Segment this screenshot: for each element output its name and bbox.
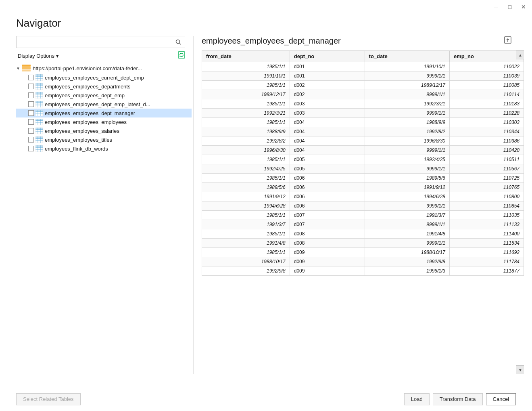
table-cell-4-0: 1985/1/1	[202, 99, 290, 109]
table-cell-2-3: 110085	[450, 81, 524, 90]
display-options-button[interactable]: Display Options ▾	[16, 52, 61, 60]
table-cell-13-1: d006	[290, 183, 365, 192]
table-cell-18-0: 1985/1/1	[202, 229, 290, 239]
tree-item-checkbox[interactable]	[28, 128, 34, 134]
tree-item-label: employees_employees_dept_emp	[45, 92, 125, 99]
close-button[interactable]: ✕	[520, 3, 527, 10]
table-cell-20-0: 1985/1/1	[202, 248, 290, 257]
table-cell-21-1: d009	[290, 257, 365, 266]
table-cell-20-1: d009	[290, 248, 365, 257]
minimize-button[interactable]: ─	[492, 3, 500, 10]
export-icon	[504, 36, 512, 44]
data-table-wrapper: from_datedept_noto_dateemp_no 1985/1/1d0…	[202, 50, 524, 374]
tree-item-3[interactable]: employees_employees_dept_emp_latest_d...	[16, 100, 192, 109]
table-cell-15-1: d006	[290, 201, 365, 211]
tree-item-label: employees_employees_salaries	[45, 128, 119, 134]
tree-item-2[interactable]: employees_employees_dept_emp	[16, 91, 192, 100]
tree-item-checkbox[interactable]	[28, 84, 34, 89]
table-cell-14-0: 1991/9/12	[202, 192, 290, 201]
svg-line-1	[179, 43, 181, 45]
right-panel-refresh-button[interactable]	[504, 36, 512, 46]
tree-item-checkbox[interactable]	[28, 92, 34, 98]
bottom-bar: Select Related Tables Load Transform Dat…	[0, 387, 532, 411]
table-row: 1991/3/7d0079999/1/1111133	[202, 220, 524, 229]
search-input[interactable]	[17, 39, 172, 45]
right-panel-header: employees_employees_dept_manager	[202, 36, 524, 50]
table-cell-6-0: 1985/1/1	[202, 118, 290, 127]
table-cell-19-3: 111534	[450, 239, 524, 248]
table-row: 1989/5/6d0061991/9/12110765	[202, 183, 524, 192]
table-cell-3-0: 1989/12/17	[202, 90, 290, 99]
search-icon	[175, 39, 181, 45]
tree-item-checkbox[interactable]	[28, 119, 34, 125]
tree-item-7[interactable]: employees_employees_titles	[16, 135, 192, 144]
table-cell-19-1: d008	[290, 239, 365, 248]
load-button[interactable]: Load	[404, 393, 430, 405]
tree-item-checkbox[interactable]	[28, 75, 34, 80]
table-cell-5-0: 1992/3/21	[202, 109, 290, 118]
svg-rect-31	[35, 101, 43, 103]
table-cell-18-3: 111400	[450, 229, 524, 239]
refresh-icon	[178, 51, 185, 59]
table-icon	[35, 145, 43, 152]
table-cell-3-2: 9999/1/1	[365, 90, 449, 99]
table-row: 1985/1/1d0081991/4/8111400	[202, 229, 524, 239]
table-cell-3-1: d002	[290, 90, 365, 99]
right-panel: employees_employees_dept_manager from_da…	[194, 36, 532, 374]
tree-item-checkbox[interactable]	[28, 110, 34, 116]
table-cell-18-2: 1991/4/8	[365, 229, 449, 239]
tree-item-checkbox[interactable]	[28, 137, 34, 143]
scroll-up-button[interactable]: ▲	[516, 50, 524, 59]
tree-item-5[interactable]: employees_employees_employees	[16, 117, 192, 126]
scroll-down-button[interactable]: ▼	[516, 365, 524, 374]
data-table-scroll[interactable]: from_datedept_noto_dateemp_no 1985/1/1d0…	[202, 50, 524, 374]
tree-root-item[interactable]: ▼ https://portal-ppe1.envisioniot.com/da…	[16, 63, 192, 73]
table-cell-5-2: 9999/1/1	[365, 109, 449, 118]
tree-root-label: https://portal-ppe1.envisioniot.com/data…	[33, 65, 142, 71]
table-cell-18-1: d008	[290, 229, 365, 239]
table-cell-9-2: 9999/1/1	[365, 146, 449, 155]
table-icon	[35, 92, 43, 99]
search-icon-button[interactable]	[172, 36, 185, 48]
tree-item-checkbox[interactable]	[28, 101, 34, 107]
maximize-button[interactable]: □	[506, 3, 513, 10]
table-cell-21-3: 111784	[450, 257, 524, 266]
table-cell-17-0: 1991/3/7	[202, 220, 290, 229]
table-row: 1992/8/2d0041996/8/30110386	[202, 136, 524, 146]
tree-item-4[interactable]: employees_employees_dept_manager	[16, 109, 192, 117]
table-row: 1985/1/1d0071991/3/7111035	[202, 211, 524, 220]
table-cell-1-0: 1991/10/1	[202, 71, 290, 81]
transform-data-button[interactable]: Transform Data	[433, 393, 483, 405]
table-cell-16-3: 111035	[450, 211, 524, 220]
table-cell-13-0: 1989/5/6	[202, 183, 290, 192]
table-row: 1991/9/12d0061994/6/28110800	[202, 192, 524, 201]
tree-item-label: employees_employees_titles	[45, 137, 112, 143]
tree-item-0[interactable]: employees_employees_current_dept_emp	[16, 73, 192, 82]
svg-rect-7	[22, 69, 31, 71]
data-table-head: from_datedept_noto_dateemp_no	[202, 51, 524, 62]
bottom-left: Select Related Tables	[16, 393, 81, 405]
tree-item-label: employees_employees_dept_emp_latest_d...	[45, 101, 150, 107]
table-cell-10-1: d005	[290, 155, 365, 164]
table-cell-13-2: 1991/9/12	[365, 183, 449, 192]
table-cell-9-0: 1996/8/30	[202, 146, 290, 155]
column-header-2: to_date	[365, 51, 449, 62]
tree-item-1[interactable]: employees_employees_departments	[16, 82, 192, 91]
table-cell-13-3: 110765	[450, 183, 524, 192]
tree-item-label: employees_employees_dept_manager	[45, 110, 135, 116]
cancel-button[interactable]: Cancel	[486, 393, 516, 405]
tree-item-8[interactable]: employees_flink_db_words	[16, 144, 192, 153]
title-bar: ─ □ ✕	[0, 0, 532, 14]
refresh-icon-button[interactable]	[178, 51, 185, 60]
table-cell-22-1: d009	[290, 266, 365, 276]
display-options-label: Display Options	[18, 53, 54, 59]
table-cell-20-3: 111692	[450, 248, 524, 257]
tree-item-checkbox[interactable]	[28, 146, 34, 151]
table-row: 1985/1/1d0091988/10/17111692	[202, 248, 524, 257]
table-row: 1994/6/28d0069999/1/1110854	[202, 201, 524, 211]
tree-item-6[interactable]: employees_employees_salaries	[16, 126, 192, 135]
table-cell-4-1: d003	[290, 99, 365, 109]
svg-rect-49	[35, 128, 43, 130]
table-icon	[35, 110, 43, 116]
select-related-tables-button[interactable]: Select Related Tables	[16, 393, 81, 405]
